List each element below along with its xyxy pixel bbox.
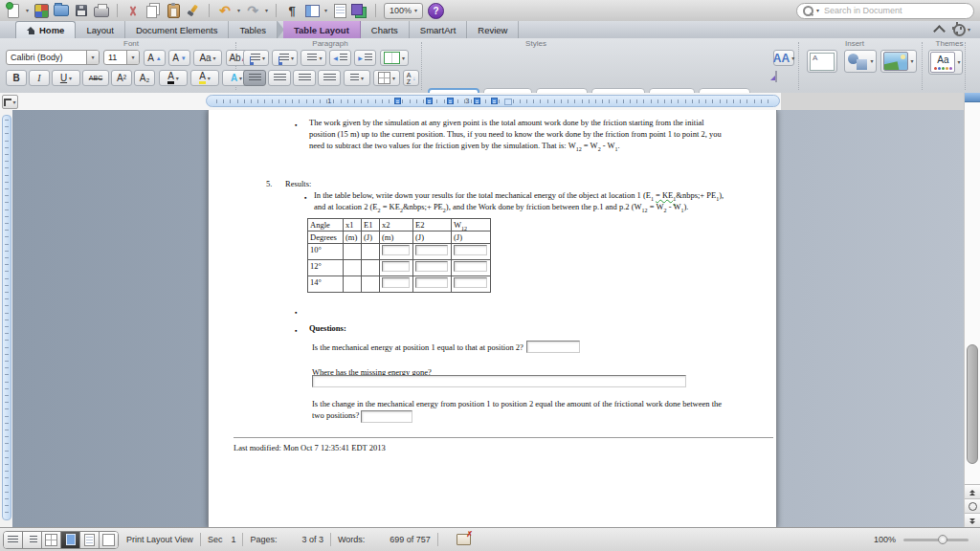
font-name-combo[interactable]: Calibri (Body) ▾ <box>6 50 100 65</box>
tab-charts[interactable]: Charts <box>361 21 410 38</box>
search-input[interactable] <box>822 5 968 16</box>
split-handle[interactable] <box>965 93 980 102</box>
font-size-combo[interactable]: 11 ▾ <box>103 50 140 65</box>
question-2-input[interactable] <box>312 375 686 387</box>
highlight-button[interactable]: A▾ <box>190 70 219 86</box>
sort-button[interactable]: AZ↓ <box>403 70 419 86</box>
notebook-button[interactable] <box>332 2 347 19</box>
increase-indent-button[interactable]: ▶ <box>354 50 376 66</box>
bullets-button[interactable]: ▾ <box>243 50 269 66</box>
styles-pane-button[interactable] <box>775 72 777 81</box>
tab-tables[interactable]: Tables <box>229 21 277 38</box>
select-browse-object-button[interactable] <box>965 498 980 514</box>
tab-stop-selector[interactable]: ▾ <box>2 95 18 109</box>
tab-home[interactable]: Home <box>15 21 76 38</box>
superscript-button[interactable]: A² <box>111 70 132 86</box>
publishing-layout-button[interactable] <box>42 532 61 548</box>
tab-table-layout[interactable]: Table Layout <box>283 21 361 38</box>
vertical-scrollbar[interactable] <box>964 93 980 528</box>
subscript-button[interactable]: A₂ <box>134 70 155 86</box>
next-page-button[interactable] <box>965 513 980 528</box>
e2-input-12deg[interactable] <box>415 261 448 272</box>
w12-input-12deg[interactable] <box>454 261 487 272</box>
w12-input-10deg[interactable] <box>454 245 487 255</box>
zoom-combo[interactable]: 100% ▾ <box>384 3 423 19</box>
format-painter-button[interactable] <box>186 2 201 19</box>
open-button[interactable] <box>54 2 69 19</box>
table-column-marker[interactable] <box>491 98 498 104</box>
grow-font-button[interactable]: A▲ <box>144 50 166 66</box>
question-3-input[interactable] <box>361 410 412 423</box>
x2-input-12deg[interactable] <box>382 261 410 272</box>
table-column-marker[interactable] <box>394 98 401 104</box>
insert-shape-button[interactable]: ▾ <box>844 50 877 73</box>
redo-button[interactable]: ↷ <box>245 2 260 19</box>
font-color-button[interactable]: A▾ <box>159 70 188 86</box>
save-button[interactable] <box>74 2 89 19</box>
e2-input-10deg[interactable] <box>415 245 448 255</box>
new-document-dropdown-icon[interactable]: ▾ <box>26 8 29 13</box>
italic-button[interactable]: I <box>29 70 50 86</box>
section-label[interactable]: Sec <box>208 535 223 544</box>
underline-button[interactable]: U▾ <box>52 70 80 86</box>
paste-button[interactable] <box>166 2 181 19</box>
scrollbar-thumb[interactable] <box>967 344 978 464</box>
tab-layout[interactable]: Layout <box>76 21 125 38</box>
insert-picture-button[interactable]: ▾ <box>880 50 917 73</box>
shrink-font-button[interactable]: A▼ <box>168 50 190 66</box>
change-styles-button[interactable]: AA▾ <box>773 50 794 66</box>
w12-input-14deg[interactable] <box>454 277 487 288</box>
table-column-marker[interactable] <box>474 98 480 104</box>
outline-view-button[interactable] <box>23 532 42 548</box>
chevron-down-icon[interactable]: ▾ <box>126 51 139 64</box>
copy-button[interactable] <box>145 2 161 19</box>
pages-label[interactable]: Pages: <box>250 535 277 544</box>
words-label[interactable]: Words: <box>338 535 365 544</box>
strikethrough-button[interactable]: ABC <box>82 70 109 86</box>
spelling-status-icon[interactable] <box>457 534 471 545</box>
print-layout-button[interactable] <box>61 532 80 548</box>
themes-button[interactable]: Aa ▾ <box>928 50 963 75</box>
decrease-indent-button[interactable]: ◀ <box>329 50 351 66</box>
previous-page-button[interactable] <box>965 484 980 499</box>
undo-button[interactable]: ↶ <box>217 2 233 19</box>
insert-text-box-button[interactable]: A <box>807 50 837 73</box>
print-button[interactable] <box>94 2 109 19</box>
undo-dropdown-icon[interactable]: ▾ <box>237 8 240 13</box>
draft-view-button[interactable] <box>4 532 23 548</box>
cut-button[interactable] <box>125 2 141 19</box>
align-right-button[interactable] <box>293 70 316 86</box>
justify-button[interactable] <box>318 70 341 86</box>
focus-view-button[interactable] <box>100 532 118 548</box>
align-left-button[interactable] <box>243 70 266 86</box>
tab-smartart[interactable]: SmartArt <box>410 21 467 38</box>
gallery-button[interactable] <box>33 2 49 19</box>
line-spacing-button[interactable]: ▾ <box>344 70 370 86</box>
search-scope-dropdown-icon[interactable]: ▾ <box>816 8 819 13</box>
change-case-button[interactable]: Aa▾ <box>193 50 222 66</box>
chevron-down-icon[interactable]: ▾ <box>86 51 99 64</box>
sidebar-view-button[interactable] <box>304 2 320 19</box>
horizontal-ruler[interactable]: 1 2 3 <box>206 95 780 107</box>
media-browser-button[interactable] <box>352 2 368 19</box>
ribbon-settings-button[interactable]: ▾ <box>953 24 970 36</box>
notebook-layout-button[interactable] <box>80 532 100 548</box>
columns-button[interactable]: ▾ <box>380 50 409 66</box>
tab-review[interactable]: Review <box>467 21 519 38</box>
tab-document-elements[interactable]: Document Elements <box>125 21 230 38</box>
e2-input-14deg[interactable] <box>415 277 448 288</box>
table-column-marker[interactable] <box>426 98 433 104</box>
table-column-marker[interactable] <box>447 98 454 104</box>
show-formatting-button[interactable]: ¶ <box>284 2 300 19</box>
search-box[interactable]: ▾ <box>796 3 974 19</box>
align-center-button[interactable] <box>268 70 291 86</box>
redo-dropdown-icon[interactable]: ▾ <box>265 8 268 13</box>
new-document-button[interactable] <box>6 2 21 19</box>
borders-button[interactable]: ▾ <box>373 70 400 86</box>
zoom-slider[interactable] <box>903 539 969 541</box>
document-page[interactable]: ▪ The work given by the simulation at an… <box>208 110 777 528</box>
collapse-ribbon-button[interactable] <box>933 25 946 37</box>
x2-input-14deg[interactable] <box>382 277 410 288</box>
multilevel-list-button[interactable]: ▾ <box>301 50 326 66</box>
vertical-ruler[interactable] <box>0 110 13 528</box>
